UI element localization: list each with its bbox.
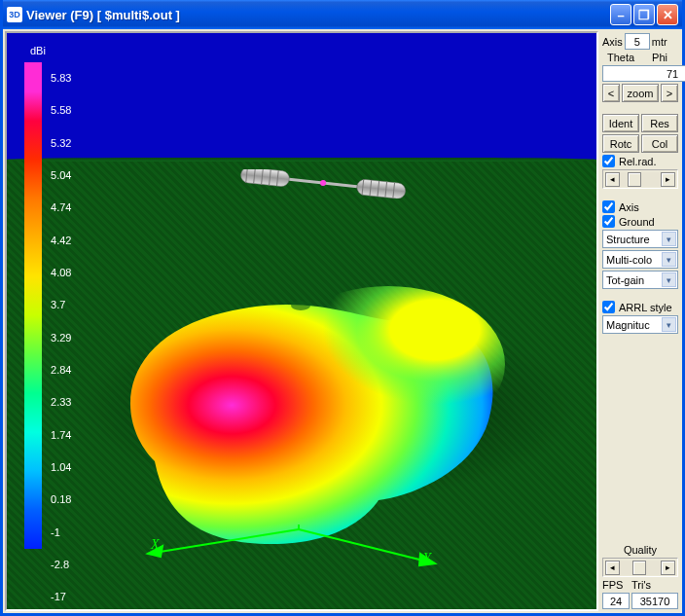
- zoom-out-button[interactable]: <: [602, 84, 620, 102]
- quality-slider[interactable]: ◂ ▸: [602, 558, 678, 577]
- svg-line-16: [148, 529, 299, 554]
- gain-select[interactable]: Tot-gain ▾: [602, 271, 678, 289]
- ident-button[interactable]: Ident: [602, 114, 639, 132]
- legend-tick: 4.42: [51, 225, 71, 257]
- legend-tick: 5.04: [51, 160, 71, 192]
- svg-rect-0: [240, 169, 290, 187]
- tris-label: Tri's: [631, 579, 678, 591]
- relrad-label: Rel.rad.: [619, 156, 657, 167]
- arrl-label: ARRL style: [619, 302, 672, 313]
- antenna-structure: [231, 169, 415, 199]
- color-button[interactable]: Col: [641, 134, 678, 153]
- axis-y-label: Y: [423, 551, 431, 566]
- window-title: Viewer (F9) [ $multi$.out ]: [26, 8, 608, 22]
- legend-tick: 5.58: [51, 94, 71, 127]
- ground-chk-label: Ground: [619, 216, 655, 228]
- structure-select-value: Structure: [606, 234, 650, 245]
- title-bar: 3D Viewer (F9) [ $multi$.out ] – ❐ ✕: [3, 0, 682, 29]
- sky-background: [7, 33, 596, 160]
- fps-value: [602, 593, 630, 609]
- minimize-button[interactable]: –: [610, 4, 631, 25]
- legend-tick: 3.29: [51, 322, 71, 354]
- slider-right-icon[interactable]: ▸: [661, 172, 675, 187]
- rotc-button[interactable]: Rotc: [602, 134, 639, 153]
- color-mode-select[interactable]: Multi-colo ▾: [602, 250, 678, 269]
- relrad-slider[interactable]: ◂ ▸: [602, 169, 678, 189]
- legend-tick: 4.08: [51, 257, 71, 289]
- color-legend: dBi 5.835.585.325.044.744.424.083.73.292…: [24, 45, 71, 611]
- axis-unit-label: mtr: [652, 36, 667, 48]
- legend-tick: 2.33: [51, 386, 71, 418]
- legend-tick: 3.7: [51, 289, 71, 321]
- axis-length-label: Axis: [602, 36, 623, 48]
- arrl-checkbox[interactable]: [602, 301, 615, 313]
- magnitude-select[interactable]: Magnituc ▾: [602, 315, 678, 334]
- 3d-viewport[interactable]: X Y dBi 5.835.585.325.044.744.424.083.73…: [5, 31, 598, 611]
- structure-select[interactable]: Structure ▾: [602, 230, 678, 248]
- app-icon: 3D: [7, 7, 22, 22]
- legend-tick: 5.83: [51, 62, 71, 94]
- ground-checkbox[interactable]: [602, 215, 615, 228]
- chevron-down-icon: ▾: [662, 272, 676, 287]
- slider-left-icon[interactable]: ◂: [605, 561, 620, 575]
- legend-unit: dBi: [30, 45, 71, 56]
- legend-tick: -2.8: [51, 549, 71, 581]
- svg-point-15: [291, 301, 310, 310]
- fps-label: FPS: [602, 579, 630, 591]
- svg-line-18: [299, 529, 435, 563]
- chevron-down-icon: ▾: [662, 232, 676, 246]
- gain-select-value: Tot-gain: [606, 274, 644, 286]
- chevron-down-icon: ▾: [662, 252, 676, 267]
- color-mode-value: Multi-colo: [606, 254, 652, 266]
- reset-button[interactable]: Res: [641, 114, 678, 132]
- legend-tick: 1.74: [51, 419, 71, 452]
- theta-label: Theta: [602, 52, 639, 63]
- legend-tick: 1.04: [51, 452, 71, 484]
- horizon-line: [7, 158, 596, 162]
- axis-checkbox[interactable]: [602, 200, 615, 213]
- maximize-button[interactable]: ❐: [633, 4, 655, 25]
- phi-label: Phi: [641, 52, 678, 63]
- slider-left-icon[interactable]: ◂: [605, 172, 620, 187]
- legend-tick: 5.32: [51, 127, 71, 160]
- svg-point-7: [320, 180, 327, 187]
- axis-arrows: [133, 525, 445, 583]
- relrad-checkbox[interactable]: [602, 155, 615, 167]
- legend-colorbar: [24, 62, 42, 549]
- slider-right-icon[interactable]: ▸: [661, 561, 675, 575]
- quality-label: Quality: [602, 544, 678, 556]
- axis-chk-label: Axis: [619, 201, 639, 213]
- legend-tick: -1: [51, 517, 71, 549]
- legend-tick: 4.74: [51, 192, 71, 224]
- magnitude-select-value: Magnituc: [606, 319, 650, 331]
- axis-x-label: X: [151, 537, 160, 553]
- radiation-pattern: [96, 286, 515, 559]
- zoom-in-button[interactable]: >: [661, 84, 678, 102]
- legend-tick: -17: [51, 581, 71, 611]
- axis-length-input[interactable]: [625, 33, 650, 50]
- legend-ticks: 5.835.585.325.044.744.424.083.73.292.842…: [51, 62, 71, 611]
- app-window: 3D Viewer (F9) [ $multi$.out ] – ❐ ✕: [0, 0, 685, 616]
- control-panel: Axis mtr Theta Phi < zoom > Ident Res: [598, 29, 682, 613]
- zoom-button[interactable]: zoom: [622, 84, 659, 102]
- close-button[interactable]: ✕: [657, 4, 678, 25]
- legend-tick: 2.84: [51, 354, 71, 386]
- theta-input[interactable]: [602, 65, 685, 82]
- chevron-down-icon: ▾: [662, 317, 676, 332]
- tris-value: [631, 593, 678, 609]
- legend-tick: 0.18: [51, 484, 71, 516]
